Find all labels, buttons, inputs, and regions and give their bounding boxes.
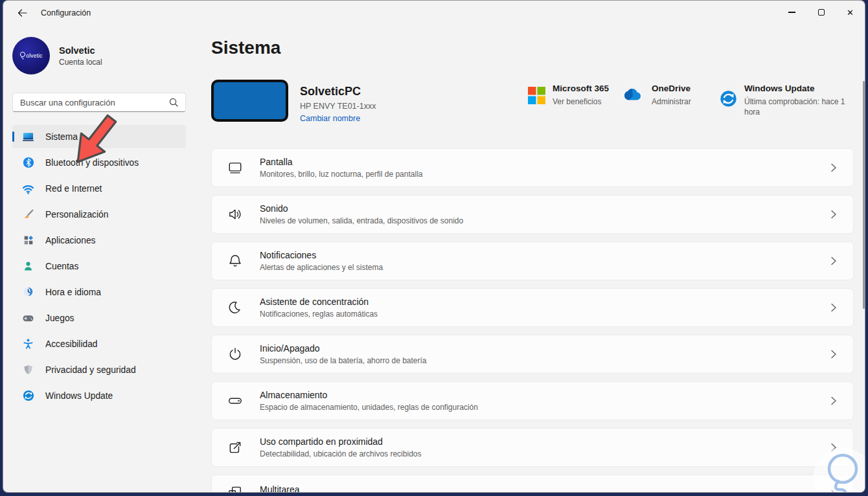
windows-update-icon [720, 90, 737, 117]
chevron-right-icon [831, 397, 836, 405]
quick-link-microsoft-365[interactable]: Microsoft 365 Ver beneficios [528, 84, 624, 107]
settings-row-subtitle: Monitores, brillo, luz nocturna, perfil … [260, 170, 422, 179]
device-name: SolveticPC [300, 85, 361, 98]
minimize-button[interactable] [777, 1, 806, 24]
settings-row-asistente-concentracion[interactable]: Asistente de concentración Notificacione… [211, 288, 854, 327]
chevron-right-icon [831, 304, 836, 312]
search-input[interactable] [13, 98, 169, 107]
settings-row-title: Notificaciones [260, 250, 383, 260]
minimize-icon [788, 12, 795, 12]
quick-link-onedrive[interactable]: OneDrive Administrar [624, 84, 720, 107]
privacy-icon [22, 364, 34, 376]
settings-window: Configuración ✕ olvetic Solvetic Cuenta … [3, 0, 865, 493]
settings-row-pantalla[interactable]: Pantalla Monitores, brillo, luz nocturna… [211, 148, 854, 187]
settings-row-multitarea[interactable]: Multitarea [211, 475, 854, 493]
quick-link-subtitle: Ver beneficios [553, 96, 609, 107]
sidebar-item-label: Red e Internet [45, 184, 102, 194]
sidebar-item-label: Sistema [45, 132, 78, 142]
sidebar-item-sistema[interactable]: Sistema [12, 125, 186, 148]
quick-link-title: OneDrive [652, 84, 691, 93]
sidebar-item-red-internet[interactable]: Red e Internet [12, 177, 186, 200]
close-icon: ✕ [847, 8, 854, 17]
maximize-icon [818, 9, 825, 16]
sidebar-item-hora-idioma[interactable]: Hora e idioma [12, 280, 186, 304]
storage-icon [227, 393, 243, 409]
settings-row-uso-compartido[interactable]: Uso compartido en proximidad Detectabili… [211, 428, 854, 467]
quick-link-subtitle: Administrar [652, 96, 691, 107]
sidebar-item-bluetooth[interactable]: Bluetooth y dispositivos [12, 151, 186, 174]
chevron-right-icon [831, 490, 836, 493]
microsoft-365-icon [528, 87, 545, 107]
notifications-icon [227, 253, 243, 269]
sidebar-item-label: Hora e idioma [45, 287, 101, 297]
sidebar-item-label: Juegos [45, 313, 74, 323]
sidebar-item-label: Privacidad y seguridad [45, 365, 136, 375]
sidebar-item-windows-update[interactable]: Windows Update [12, 384, 186, 407]
sidebar-item-label: Windows Update [45, 391, 113, 401]
settings-row-notificaciones[interactable]: Notificaciones Alertas de aplicaciones y… [211, 242, 854, 280]
device-thumbnail [211, 80, 288, 122]
nearby-sharing-icon [227, 440, 243, 455]
sidebar-item-accesibilidad[interactable]: Accesibilidad [12, 332, 186, 355]
focus-assist-icon [227, 300, 243, 315]
search-icon[interactable] [169, 98, 178, 107]
user-name: Solvetic [59, 45, 102, 56]
page-title: Sistema [211, 38, 280, 58]
rename-link[interactable]: Cambiar nombre [300, 114, 360, 123]
sound-icon [227, 207, 243, 222]
power-icon [227, 346, 243, 362]
settings-row-subtitle: Notificaciones, reglas automáticas [260, 310, 378, 319]
sidebar-item-label: Personalización [45, 210, 108, 220]
sidebar-item-aplicaciones[interactable]: Aplicaciones [12, 229, 186, 252]
system-icon [22, 131, 34, 143]
sidebar-item-personalizacion[interactable]: Personalización [12, 203, 186, 226]
settings-row-title: Uso compartido en proximidad [260, 436, 421, 447]
window-title: Configuración [41, 8, 91, 17]
accessibility-icon [22, 338, 34, 350]
gaming-icon [22, 312, 34, 324]
quick-link-windows-update[interactable]: Windows Update Última comprobación: hace… [720, 84, 849, 117]
avatar-text: olvetic [26, 52, 43, 59]
selected-indicator [12, 131, 14, 142]
chevron-right-icon [831, 210, 836, 219]
time-language-icon [22, 286, 34, 299]
sidebar-item-cuentas[interactable]: Cuentas [12, 254, 186, 278]
settings-row-title: Multitarea [260, 484, 299, 493]
search-box[interactable] [12, 93, 186, 112]
settings-row-title: Inicio/Apagado [260, 343, 427, 354]
back-button[interactable] [12, 5, 32, 21]
sidebar-item-privacidad[interactable]: Privacidad y seguridad [12, 358, 186, 381]
sidebar-nav: Sistema Bluetooth y dispositivos Red e I… [12, 125, 186, 410]
device-model: HP ENVY TE01-1xxx [300, 102, 376, 111]
settings-row-subtitle: Niveles de volumen, salida, entrada, dis… [260, 216, 463, 225]
settings-row-subtitle: Suspensión, uso de la batería, ahorro de… [260, 356, 427, 365]
personalization-icon [22, 209, 34, 221]
settings-row-almacenamiento[interactable]: Almacenamiento Espacio de almacenamiento… [211, 381, 854, 420]
accounts-icon [22, 260, 34, 273]
settings-row-subtitle: Espacio de almacenamiento, unidades, reg… [260, 403, 478, 412]
maximize-button[interactable] [806, 1, 836, 24]
settings-row-title: Asistente de concentración [260, 297, 378, 307]
settings-list: Pantalla Monitores, brillo, luz nocturna… [211, 148, 854, 493]
close-button[interactable]: ✕ [836, 1, 865, 24]
settings-row-subtitle: Detectabilidad, ubicación de archivos re… [260, 449, 421, 458]
chevron-right-icon [831, 164, 836, 172]
quick-link-title: Microsoft 365 [553, 84, 609, 93]
multitasking-icon [227, 484, 243, 493]
settings-row-subtitle: Alertas de aplicaciones y el sistema [260, 263, 383, 272]
sidebar-item-label: Aplicaciones [45, 236, 95, 245]
user-profile[interactable]: olvetic Solvetic Cuenta local [12, 37, 102, 74]
sidebar-item-juegos[interactable]: Juegos [12, 306, 186, 330]
sidebar-item-label: Cuentas [45, 262, 78, 271]
settings-row-sonido[interactable]: Sonido Niveles de volumen, salida, entra… [211, 195, 854, 234]
scrollbar[interactable] [863, 81, 865, 309]
sidebar-item-label: Accesibilidad [45, 339, 98, 349]
display-icon [227, 160, 243, 175]
back-arrow-icon [17, 9, 27, 17]
onedrive-icon [624, 87, 645, 107]
windows-update-icon [22, 390, 34, 402]
settings-row-inicio-apagado[interactable]: Inicio/Apagado Suspensión, uso de la bat… [211, 335, 854, 374]
sidebar-item-label: Bluetooth y dispositivos [45, 158, 139, 168]
titlebar: Configuración ✕ [3, 1, 865, 25]
chevron-right-icon [831, 350, 836, 359]
